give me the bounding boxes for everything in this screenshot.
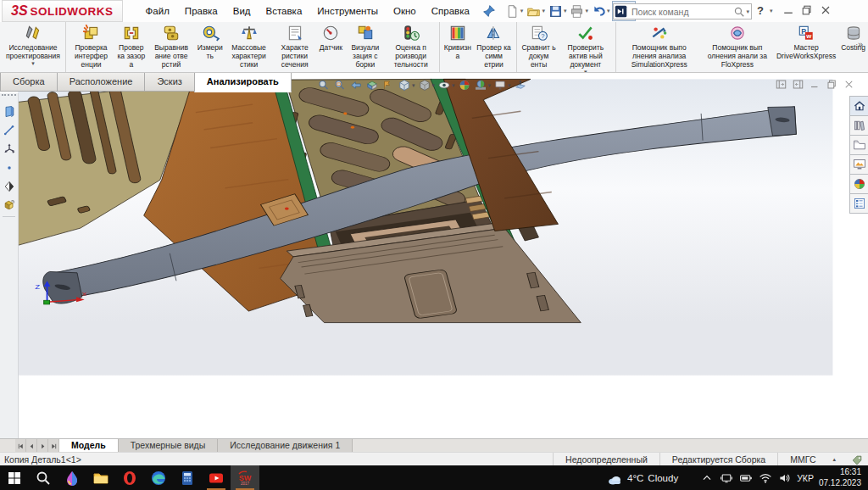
view-tool[interactable]	[317, 79, 331, 92]
view-tool[interactable]	[381, 79, 395, 92]
taskbar-app[interactable]: SW2017	[231, 465, 259, 490]
ribbon-button[interactable]: Провер ка симм етрии	[474, 22, 517, 72]
search-icon[interactable]	[733, 6, 745, 18]
view-tool[interactable]: ▾	[418, 79, 436, 92]
ribbon-button[interactable]: Измери ть	[195, 22, 225, 72]
tab-nav-button[interactable]	[48, 439, 59, 453]
taskbar-app[interactable]	[0, 465, 29, 490]
menu-item[interactable]: Вид	[225, 3, 259, 19]
panel-drag-handle[interactable]	[2, 94, 16, 100]
tray-chevron-icon[interactable]	[700, 471, 714, 485]
model-tab[interactable]: Исследование движения 1	[218, 439, 353, 453]
command-tab[interactable]: Расположение	[57, 73, 146, 92]
dropdown-caret-icon[interactable]: ▾	[31, 60, 35, 66]
dropdown-caret-icon[interactable]: ▾	[488, 82, 492, 89]
ribbon-button[interactable]: Costing	[838, 22, 868, 72]
ribbon-button[interactable]: Датчик	[317, 22, 345, 72]
dropdown-caret-icon[interactable]: ▾	[452, 82, 455, 89]
lp-origin-icon[interactable]	[3, 180, 16, 193]
menu-item[interactable]: Вставка	[259, 3, 310, 19]
ribbon-button[interactable]: Кривизн а	[442, 22, 474, 72]
clock[interactable]: 16:31 07.12.2023	[819, 467, 861, 488]
model-tab[interactable]: Модель	[59, 439, 119, 453]
view-tool[interactable]: ▾	[437, 79, 455, 92]
ribbon-button[interactable]: Визуали зация с борки	[345, 22, 386, 72]
ribbon-overflow-button[interactable]: »	[858, 39, 863, 49]
lp-component-icon[interactable]	[3, 198, 16, 212]
quick-tool-button[interactable]: ▾	[548, 2, 570, 20]
tab-nav-button[interactable]	[37, 439, 48, 453]
pane-right-icon[interactable]	[792, 78, 804, 91]
restore-button[interactable]	[800, 3, 814, 17]
close-button[interactable]	[819, 3, 832, 17]
doc-close-button[interactable]	[843, 78, 855, 91]
view-tool[interactable]: ▾	[474, 79, 492, 92]
quick-tool-button[interactable]: ▾	[591, 2, 613, 20]
ribbon-button[interactable]: Помощник вып олнения анали за FloXpress	[701, 22, 774, 72]
menu-item[interactable]: Инструменты	[309, 3, 386, 19]
help-button[interactable]: ?	[757, 4, 764, 17]
weather-widget[interactable]: 4°C Cloudy	[606, 471, 678, 485]
dropdown-caret-icon[interactable]: ▾	[508, 82, 511, 89]
tray-wifi-icon[interactable]	[759, 471, 772, 485]
view-tool[interactable]	[333, 79, 347, 92]
ribbon-button[interactable]: Исследование проектирования ▾	[3, 22, 66, 72]
taskbar-app[interactable]	[202, 465, 231, 490]
view-tool[interactable]	[365, 79, 379, 92]
doc-restore-button[interactable]	[826, 78, 838, 91]
quick-tool-button[interactable]: ▾	[569, 2, 591, 20]
taskbar-app[interactable]	[58, 465, 86, 490]
view-tool[interactable]: ▾	[398, 79, 415, 92]
tab-nav-button[interactable]	[26, 439, 37, 453]
quick-tool-button[interactable]: ▾	[504, 2, 526, 20]
model-tab[interactable]: Трехмерные виды	[119, 439, 219, 453]
dropdown-caret-icon[interactable]: ▾	[607, 8, 610, 14]
lp-sketch-icon[interactable]	[3, 124, 16, 137]
task-pane-button[interactable]	[849, 96, 868, 116]
view-tool[interactable]: ▾	[493, 79, 511, 92]
pin-menu-icon[interactable]	[482, 4, 496, 18]
tab-nav-button[interactable]	[15, 439, 26, 453]
task-pane-button[interactable]	[849, 115, 868, 136]
taskbar-app[interactable]	[144, 465, 173, 490]
tray-volume-icon[interactable]	[778, 471, 792, 485]
language-indicator[interactable]: УКР	[797, 473, 814, 483]
view-tool[interactable]	[349, 79, 363, 92]
taskbar-app[interactable]	[173, 465, 202, 490]
tray-device-icon[interactable]	[720, 471, 733, 485]
task-pane-button[interactable]	[849, 135, 868, 155]
help-caret-icon[interactable]: ▾	[770, 8, 773, 14]
menu-item[interactable]: Файл	[138, 3, 177, 19]
status-tag-icon[interactable]	[851, 454, 863, 465]
ribbon-button[interactable]: Pw Мастер DriveWorksXpress	[774, 22, 838, 72]
taskbar-app[interactable]	[29, 465, 58, 490]
search-caret-icon[interactable]: ▾	[746, 8, 749, 15]
units-caret-icon[interactable]: ▴	[832, 456, 836, 463]
taskbar-app[interactable]	[86, 465, 115, 490]
ribbon-button[interactable]: Оценка п роизводи тельности	[386, 22, 440, 72]
ribbon-button[interactable]: Характе ристики сечения	[272, 22, 316, 72]
ribbon-button[interactable]: Выравнив ание отве рстий	[147, 22, 194, 72]
command-tab[interactable]: Сборка	[0, 73, 58, 92]
dropdown-caret-icon[interactable]: ▾	[542, 8, 545, 14]
menu-item[interactable]: Справка	[424, 3, 477, 19]
ribbon-button[interactable]: Провер ка зазор а	[114, 22, 147, 72]
ribbon-button[interactable]: Помощник выпо лнения анализа SimulationX…	[618, 22, 701, 72]
view-tool[interactable]	[514, 79, 527, 92]
task-pane-button[interactable]	[849, 193, 868, 214]
menu-item[interactable]: Окно	[386, 3, 424, 19]
quick-tool-button[interactable]: ▾	[526, 2, 548, 20]
ribbon-button[interactable]: ? Сравнит ь докум енты	[519, 22, 559, 72]
ribbon-button[interactable]: Проверка интерфер енции	[68, 22, 114, 72]
tray-battery-icon[interactable]	[739, 471, 753, 485]
doc-minimize-button[interactable]	[809, 78, 821, 91]
dropdown-caret-icon[interactable]: ▾	[432, 82, 436, 89]
command-tab[interactable]: Эскиз	[144, 73, 194, 92]
lp-assembly-icon[interactable]	[3, 105, 16, 119]
dropdown-caret-icon[interactable]: ▾	[585, 8, 588, 14]
ribbon-button[interactable]: Массовые характери стики	[225, 22, 273, 72]
task-pane-button[interactable]	[849, 154, 868, 175]
viewport-3d-scene[interactable]: Z X	[18, 78, 850, 438]
dropdown-caret-icon[interactable]: ▾	[520, 8, 524, 14]
view-tool[interactable]	[458, 79, 471, 92]
